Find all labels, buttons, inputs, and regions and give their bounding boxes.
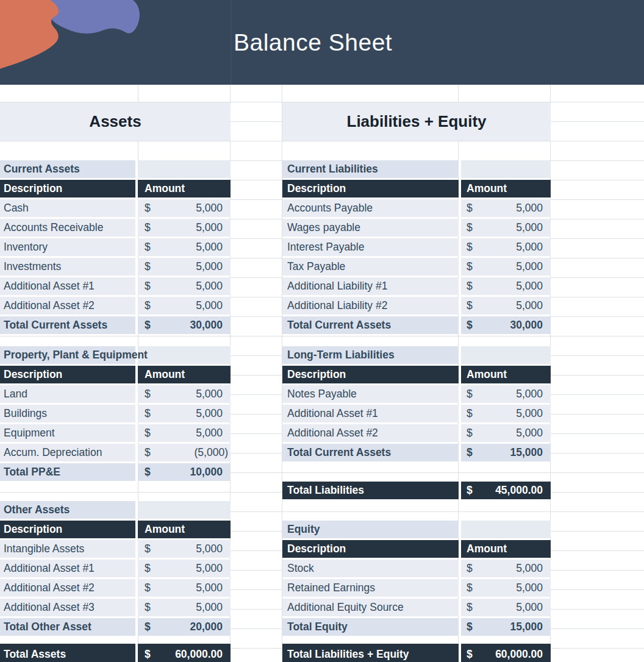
empty-cell[interactable] (461, 521, 551, 538)
total-amount-cell[interactable]: $15,000 (461, 444, 551, 461)
description-header-cell[interactable]: Description (0, 521, 135, 538)
description-cell[interactable]: Additional Asset #1 (282, 405, 459, 422)
description-cell[interactable]: Notes Payable (282, 385, 459, 403)
total-amount-cell[interactable]: $20,000 (138, 618, 231, 636)
section-title-label: Property, Plant & Equipment (4, 349, 148, 361)
amount-header-cell[interactable]: Amount (138, 521, 231, 538)
amount-cell[interactable]: $5,000 (461, 238, 551, 256)
description-cell[interactable]: Land (0, 385, 135, 403)
amount-cell[interactable]: $5,000 (138, 560, 231, 577)
description-cell[interactable]: Interest Payable (282, 238, 459, 256)
description-cell[interactable]: Intangible Assets (0, 540, 135, 558)
total-label-cell[interactable]: Total PP&E (0, 463, 135, 481)
grand-total-label-cell[interactable]: Total Assets (0, 644, 135, 662)
amount-cell[interactable]: $5,000 (461, 258, 551, 276)
total-amount-cell[interactable]: $15,000 (461, 618, 551, 636)
description-cell[interactable]: Investments (0, 258, 135, 276)
empty-cell[interactable] (138, 501, 231, 519)
empty-cell[interactable] (138, 346, 231, 364)
total-liabilities-amount-cell[interactable]: $45,000.00 (461, 482, 551, 499)
description-cell[interactable]: Additional Liability #2 (282, 297, 459, 315)
amount-header-cell[interactable]: Amount (138, 180, 231, 198)
description-cell[interactable]: Inventory (0, 238, 135, 256)
description-cell[interactable]: Accum. Depreciation (0, 444, 135, 461)
amount-cell[interactable]: $5,000 (461, 424, 551, 442)
amount-cell[interactable]: $5,000 (461, 385, 551, 403)
description-header-cell[interactable]: Description (282, 366, 459, 383)
total-label-cell[interactable]: Total Equity (282, 618, 459, 636)
total-label-cell[interactable]: Total Current Assets (282, 316, 459, 334)
total-liabilities-label-cell[interactable]: Total Liabilities (282, 482, 459, 499)
section-title-cell[interactable]: Other Assets (0, 501, 135, 519)
grand-total-amount-cell[interactable]: $60,000.00 (461, 644, 551, 662)
description-cell[interactable]: Accounts Payable (282, 199, 459, 217)
description-cell[interactable]: Tax Payable (282, 258, 459, 276)
amount-cell[interactable]: $5,000 (138, 424, 231, 442)
description-header-cell[interactable]: Description (0, 180, 135, 198)
total-label-cell[interactable]: Total Other Asset (0, 618, 135, 636)
amount-header-cell[interactable]: Amount (138, 366, 231, 383)
amount-cell[interactable]: $5,000 (461, 297, 551, 315)
amount-cell[interactable]: $5,000 (138, 599, 231, 616)
description-cell[interactable]: Additional Asset #3 (0, 599, 135, 616)
description-cell[interactable]: Additional Asset #2 (282, 424, 459, 442)
amount-header-cell[interactable]: Amount (461, 180, 551, 198)
grand-total-label-cell[interactable]: Total Liabilities + Equity (282, 644, 459, 662)
section-title-cell[interactable]: Long-Term Liabilities (282, 346, 459, 364)
total-amount-cell[interactable]: $10,000 (138, 463, 231, 481)
amount-cell[interactable]: $5,000 (461, 405, 551, 422)
description-cell[interactable]: Cash (0, 199, 135, 217)
description-header-cell[interactable]: Description (282, 540, 459, 558)
empty-cell[interactable] (461, 160, 551, 178)
amount-cell[interactable]: $5,000 (461, 560, 551, 577)
description-cell[interactable]: Additional Asset #1 (0, 277, 135, 295)
amount-cell[interactable]: $5,000 (138, 385, 231, 403)
amount-cell[interactable]: $5,000 (461, 219, 551, 237)
description-cell[interactable]: Retained Earnings (282, 579, 459, 597)
amount-cell[interactable]: $5,000 (138, 238, 231, 256)
description-cell[interactable]: Stock (282, 560, 459, 577)
total-liabilities-row-inner: Total Liabilities $45,000.00 (282, 482, 551, 499)
amount-cell[interactable]: $5,000 (461, 579, 551, 597)
description-cell[interactable]: Equipment (0, 424, 135, 442)
description-header-cell[interactable]: Description (0, 366, 135, 383)
section-title-cell[interactable]: Property, Plant & Equipment (0, 346, 135, 364)
amount-cell[interactable]: $5,000 (138, 277, 231, 295)
amount-cell[interactable]: $5,000 (138, 258, 231, 276)
description-cell[interactable]: Wages payable (282, 219, 459, 237)
grand-total-amount-cell[interactable]: $60,000.00 (138, 644, 231, 662)
description-cell[interactable]: Additional Liability #1 (282, 277, 459, 295)
description-cell[interactable]: Accounts Receivable (0, 219, 135, 237)
amount-cell[interactable]: $5,000 (461, 599, 551, 616)
amount-cell[interactable]: $5,000 (138, 219, 231, 237)
amount-cell[interactable]: $(5,000) (138, 444, 231, 461)
total-amount-cell[interactable]: $30,000 (461, 316, 551, 334)
amount-cell[interactable]: $5,000 (138, 199, 231, 217)
section-title-cell[interactable]: Equity (282, 521, 459, 538)
section-title-cell[interactable]: Current Liabilities (282, 160, 459, 178)
amount-cell[interactable]: $5,000 (138, 540, 231, 558)
description-cell[interactable]: Additional Equity Source (282, 599, 459, 616)
amount-header-cell[interactable]: Amount (461, 540, 551, 558)
description-cell[interactable]: Additional Asset #2 (0, 579, 135, 597)
empty-cell[interactable] (138, 160, 231, 178)
amount-cell[interactable]: $5,000 (138, 405, 231, 422)
amount-cell[interactable]: $5,000 (461, 277, 551, 295)
description-header-cell[interactable]: Description (282, 180, 459, 198)
total-label-cell[interactable]: Total Current Assets (0, 316, 135, 334)
description-cell[interactable]: Buildings (0, 405, 135, 422)
total-label-cell[interactable]: Total Current Assets (282, 444, 459, 461)
empty-cell[interactable] (461, 346, 551, 364)
total-amount-cell[interactable]: $30,000 (138, 316, 231, 334)
data-row: Additional Asset #2 $5,000 (0, 579, 231, 597)
liabilities-equity-title-cell[interactable]: Liabilities + Equity (282, 102, 551, 141)
amount-header-cell[interactable]: Amount (461, 366, 551, 383)
amount-cell[interactable]: $5,000 (138, 579, 231, 597)
amount-cell[interactable]: $5,000 (461, 199, 551, 217)
assets-title-cell[interactable]: Assets (0, 102, 231, 141)
amount-cell[interactable]: $5,000 (138, 297, 231, 315)
section-title-cell[interactable]: Current Assets (0, 160, 135, 178)
description-cell[interactable]: Additional Asset #2 (0, 297, 135, 315)
description-cell[interactable]: Additional Asset #1 (0, 560, 135, 577)
currency-symbol: $ (467, 280, 473, 293)
